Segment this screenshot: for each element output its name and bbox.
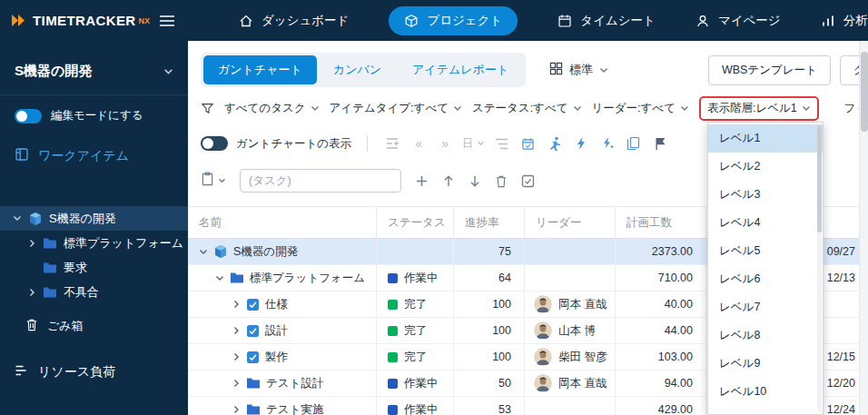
dropdown-option[interactable]: レベル1: [708, 124, 823, 153]
chevron-down-icon[interactable]: [215, 275, 224, 282]
progress-cell: 53: [454, 397, 525, 415]
assign-member-icon[interactable]: [546, 136, 564, 151]
filter-label: すべてのタスク: [224, 101, 306, 116]
dropdown-option[interactable]: レベル5: [708, 237, 823, 265]
collapse-rows-icon[interactable]: [383, 137, 401, 150]
copy-plan-icon[interactable]: [625, 136, 643, 151]
delete-icon[interactable]: [495, 174, 508, 188]
recalculate-icon[interactable]: [598, 136, 616, 151]
chevron-right-icon[interactable]: [232, 379, 241, 388]
task-name: 標準プラットフォーム: [250, 271, 365, 286]
tree-item[interactable]: S機器の開発: [0, 206, 188, 231]
sidebar: S機器の開発 編集モードにする ワークアイテム S機器の開発標準プラットフォーム…: [0, 41, 188, 415]
add-icon[interactable]: [415, 174, 429, 188]
status-label: 作業中: [404, 271, 439, 286]
auto-schedule-icon[interactable]: [572, 136, 590, 151]
select-tasks-icon[interactable]: [521, 174, 535, 188]
status-label: 完了: [404, 297, 427, 312]
nav-label: 分析: [843, 13, 868, 29]
nav-item-project[interactable]: プロジェクト: [389, 6, 518, 35]
outline-icon[interactable]: [493, 136, 511, 151]
task-name: テスト設計: [266, 376, 323, 391]
task-name: 製作: [265, 350, 288, 365]
chevron-right-icon[interactable]: [27, 239, 36, 248]
filter-item-type[interactable]: アイテムタイプ:すべて: [330, 101, 462, 116]
tree-item[interactable]: 要求: [0, 255, 188, 280]
folder-icon: [230, 272, 244, 284]
progress-cell: 100: [454, 291, 525, 317]
column-header-planned[interactable]: 計画工数: [616, 207, 706, 238]
filter-funnel-icon[interactable]: [201, 102, 214, 115]
filter-task[interactable]: すべてのタスク: [224, 101, 320, 116]
chevron-right-icon[interactable]: [232, 300, 241, 309]
chevron-right-icon[interactable]: [232, 352, 241, 361]
annotation-highlight: 表示階層:レベル1: [699, 96, 819, 121]
filter-display-level[interactable]: 表示階層:レベル1: [707, 101, 811, 116]
view-preset-label: 標準: [569, 62, 593, 78]
filter-label: アイテムタイプ:すべて: [330, 101, 449, 116]
sidebar-item-trash[interactable]: ごみ箱: [0, 313, 188, 338]
jump-end-icon[interactable]: »: [436, 137, 454, 150]
chevron-right-icon[interactable]: [232, 326, 241, 335]
task-name: テスト実施: [266, 402, 323, 415]
project-tree: S機器の開発標準プラットフォーム要求不具合: [0, 206, 188, 304]
dropdown-option[interactable]: レベル8: [708, 321, 823, 350]
jump-start-icon[interactable]: «: [409, 137, 428, 150]
status-color-swatch: [388, 379, 398, 389]
scrollbar-thumb[interactable]: [861, 52, 868, 132]
new-task-input[interactable]: [240, 169, 401, 193]
chevron-down-icon[interactable]: [199, 249, 208, 255]
menu-icon[interactable]: [159, 15, 175, 27]
dropdown-option[interactable]: レベル2: [708, 153, 823, 181]
vertical-scrollbar[interactable]: [859, 41, 868, 415]
sidebar-item-work-items[interactable]: ワークアイテム: [0, 136, 188, 175]
move-up-icon[interactable]: [442, 174, 455, 188]
nav-label: プロジェクト: [427, 13, 502, 29]
chevron-down-icon: [163, 68, 173, 75]
chevron-down-icon: [802, 105, 811, 112]
project-switcher[interactable]: S機器の開発: [0, 41, 188, 95]
paste-dropdown[interactable]: [201, 172, 226, 190]
display-level-dropdown: レベル1レベル2レベル3レベル4レベル5レベル6レベル7レベル8レベル9レベル1…: [707, 122, 824, 415]
dropdown-option[interactable]: レベル6: [708, 265, 823, 293]
view-tab-bar: ガントチャートカンバンアイテムレポート 標準 WBSテンプレート クイック: [201, 52, 868, 88]
nav-item-dashboard[interactable]: ダッシュボード: [239, 13, 349, 29]
schedule-icon[interactable]: [519, 136, 538, 151]
move-down-icon[interactable]: [469, 174, 481, 188]
edit-mode-toggle[interactable]: [15, 109, 42, 124]
nav-item-mypage[interactable]: マイページ: [695, 13, 781, 29]
dropdown-scrollbar[interactable]: [817, 125, 822, 411]
column-header-progress[interactable]: 進捗率: [454, 207, 525, 238]
edit-mode-label: 編集モードにする: [51, 108, 143, 124]
nav-label: タイムシート: [580, 13, 656, 29]
milestone-icon[interactable]: [651, 136, 669, 151]
dropdown-option[interactable]: レベル3: [708, 181, 823, 209]
task-icon: [246, 324, 260, 338]
nav-item-analysis[interactable]: 分析: [821, 13, 868, 29]
chevron-down-icon[interactable]: [13, 215, 22, 222]
sidebar-item-resource-load[interactable]: リソース負荷: [0, 360, 188, 384]
tab-gantt[interactable]: ガントチャート: [203, 55, 317, 84]
nav-item-timesheet[interactable]: タイムシート: [557, 13, 656, 29]
filter-leader[interactable]: リーダー:すべて: [592, 101, 689, 116]
filter-status[interactable]: ステータス:すべて: [472, 101, 582, 116]
dropdown-option[interactable]: レベル9: [708, 350, 823, 378]
column-header-name[interactable]: 名前: [188, 207, 377, 238]
column-header-leader[interactable]: リーダー: [525, 207, 616, 238]
gantt-visibility-toggle[interactable]: [201, 136, 228, 151]
tab-kanban[interactable]: カンバン: [319, 55, 396, 84]
chevron-right-icon[interactable]: [27, 288, 36, 297]
column-header-status[interactable]: ステータス: [377, 207, 454, 238]
wbs-template-button[interactable]: WBSテンプレート: [708, 55, 831, 85]
time-scale-dropdown[interactable]: 日: [462, 136, 485, 152]
dropdown-option[interactable]: レベル7: [708, 293, 823, 321]
view-preset-dropdown[interactable]: 標準: [549, 62, 608, 78]
tree-item[interactable]: 標準プラットフォーム: [0, 231, 188, 255]
dropdown-option[interactable]: レベル4: [708, 209, 823, 237]
chevron-right-icon[interactable]: [232, 405, 241, 414]
dropdown-option[interactable]: レベル10: [708, 378, 823, 406]
status-cell: 作業中: [377, 265, 454, 291]
tree-item[interactable]: 不具合: [0, 280, 188, 304]
tab-item-report[interactable]: アイテムレポート: [398, 55, 523, 84]
divider: [367, 135, 368, 152]
